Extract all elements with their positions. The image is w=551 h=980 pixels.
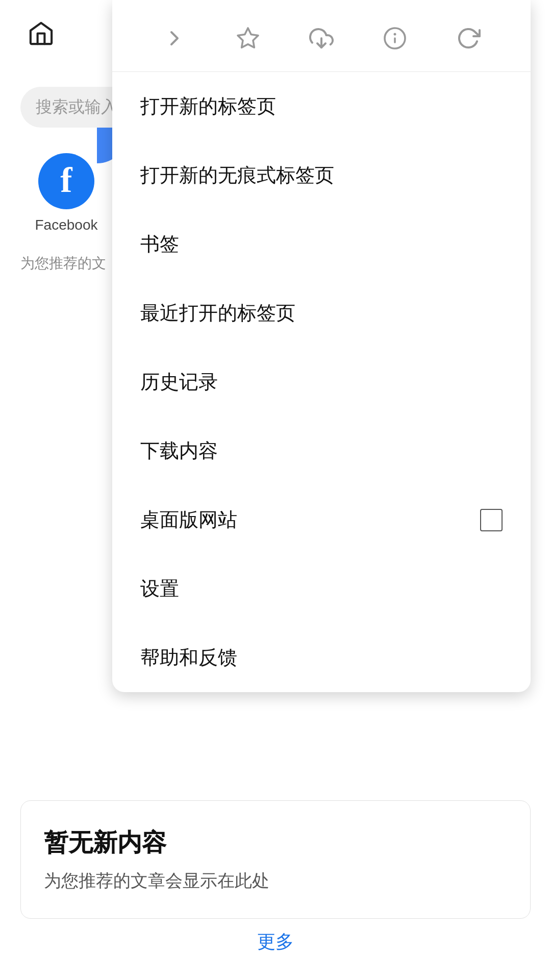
- dropdown-toolbar: [112, 0, 531, 72]
- dropdown-menu: 打开新的标签页 打开新的无痕式标签页 书签 最近打开的标签页 历史记录 下载内容…: [112, 0, 531, 692]
- facebook-icon: f: [38, 153, 94, 209]
- svg-marker-0: [238, 28, 258, 47]
- home-button[interactable]: [20, 13, 61, 54]
- menu-list: 打开新的标签页 打开新的无痕式标签页 书签 最近打开的标签页 历史记录 下载内容…: [112, 72, 531, 692]
- menu-item-new-tab-label: 打开新的标签页: [140, 93, 276, 119]
- news-card: 暂无新内容 为您推荐的文章会显示在此处: [20, 800, 531, 919]
- menu-item-settings[interactable]: 设置: [112, 554, 531, 623]
- bookmark-button[interactable]: [230, 20, 266, 56]
- menu-item-help-feedback-label: 帮助和反馈: [140, 645, 237, 671]
- menu-item-new-incognito[interactable]: 打开新的无痕式标签页: [112, 141, 531, 210]
- info-button[interactable]: [377, 20, 413, 56]
- menu-item-help-feedback[interactable]: 帮助和反馈: [112, 623, 531, 692]
- more-button[interactable]: 更多: [257, 929, 294, 954]
- news-card-title: 暂无新内容: [44, 826, 507, 859]
- menu-item-history[interactable]: 历史记录: [112, 348, 531, 416]
- forward-button[interactable]: [157, 20, 192, 56]
- menu-item-bookmarks[interactable]: 书签: [112, 210, 531, 279]
- menu-item-recent-tabs-label: 最近打开的标签页: [140, 300, 295, 326]
- menu-item-downloads-label: 下载内容: [140, 438, 218, 464]
- refresh-button[interactable]: [450, 20, 486, 56]
- menu-item-desktop-site-label: 桌面版网站: [140, 507, 237, 533]
- menu-item-bookmarks-label: 书签: [140, 231, 179, 257]
- menu-item-desktop-site[interactable]: 桌面版网站: [112, 485, 531, 554]
- download-button[interactable]: [304, 20, 339, 56]
- search-input-placeholder: 搜索或输入: [36, 96, 117, 118]
- menu-item-settings-label: 设置: [140, 576, 179, 602]
- menu-item-history-label: 历史记录: [140, 369, 218, 395]
- menu-item-downloads[interactable]: 下载内容: [112, 416, 531, 485]
- menu-item-new-incognito-label: 打开新的无痕式标签页: [140, 162, 334, 188]
- facebook-label: Facebook: [35, 217, 98, 233]
- menu-item-new-tab[interactable]: 打开新的标签页: [112, 72, 531, 141]
- menu-item-recent-tabs[interactable]: 最近打开的标签页: [112, 279, 531, 348]
- shortcut-facebook[interactable]: f Facebook: [20, 153, 112, 233]
- desktop-site-checkbox[interactable]: [480, 509, 503, 531]
- news-card-subtitle: 为您推荐的文章会显示在此处: [44, 869, 507, 893]
